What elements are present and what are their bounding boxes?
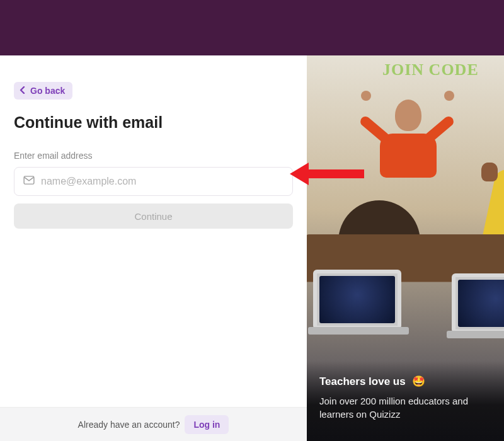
content-area: Go back Continue with email Enter email … [0,55,504,441]
continue-button[interactable]: Continue [14,203,293,229]
student-hand-illustration [481,163,498,181]
star-struck-emoji-icon: 🤩 [412,375,425,388]
email-input-wrapper[interactable] [14,167,293,196]
envelope-icon [23,176,41,187]
go-back-label: Go back [30,86,65,96]
promo-panel: JOIN CODE Teachers love us 🤩 Join over 2… [307,55,504,441]
promo-title: Teachers love us [319,375,406,388]
app-header [0,0,504,55]
go-back-button[interactable]: Go back [14,82,72,100]
promo-subtitle: Join over 200 million educators and lear… [319,394,491,421]
chalkboard-text: JOIN CODE [382,60,479,79]
laptop-illustration [313,270,401,329]
page-title: Continue with email [14,113,293,132]
email-label: Enter email address [14,151,293,161]
teacher-illustration [395,100,437,178]
chevron-left-icon [19,86,26,96]
promo-caption: Teachers love us 🤩 Join over 200 million… [307,361,504,441]
footer-prompt: Already have an account? [78,420,180,430]
email-field[interactable] [41,176,284,187]
signup-footer: Already have an account? Log in [0,407,307,441]
login-button[interactable]: Log in [185,415,229,434]
signup-panel: Go back Continue with email Enter email … [0,55,307,441]
laptop-illustration [452,273,504,333]
